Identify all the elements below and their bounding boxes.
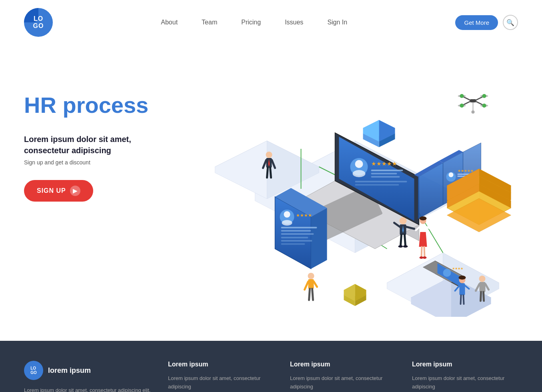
svg-marker-63 — [311, 208, 327, 269]
svg-point-105 — [423, 256, 427, 259]
footer-col-1: Lorem ipsum Lorem ipsum dolor sit amet, … — [168, 361, 274, 392]
nav-signin[interactable]: Sign In — [327, 19, 347, 26]
footer: LOGO lorem ipsum Lorem ipsum dolor sit a… — [0, 341, 542, 392]
footer-col3-text1: Lorem ipsum dolor sit amet, consectetur … — [412, 374, 518, 391]
footer-brand-section: LOGO lorem ipsum Lorem ipsum dolor sit a… — [24, 361, 152, 392]
svg-rect-122 — [480, 282, 486, 292]
nav-issues[interactable]: Issues — [285, 19, 303, 26]
svg-rect-100 — [420, 224, 426, 232]
svg-point-82 — [266, 152, 272, 158]
footer-col3-heading: Lorem ipsum — [412, 361, 518, 368]
svg-point-80 — [443, 269, 451, 277]
svg-text:★★★★★: ★★★★★ — [371, 160, 397, 167]
svg-rect-71 — [281, 237, 308, 238]
svg-point-21 — [353, 170, 366, 177]
svg-point-66 — [282, 220, 292, 226]
navigation: About Team Pricing Issues Sign In — [161, 19, 347, 26]
svg-rect-26 — [355, 181, 407, 182]
svg-line-119 — [461, 295, 461, 304]
svg-point-136 — [460, 94, 464, 98]
svg-rect-116 — [460, 283, 465, 295]
svg-rect-73 — [281, 243, 305, 245]
svg-point-137 — [482, 94, 486, 98]
illustration-area: ★★★★★ ★★★★★ — [192, 61, 518, 317]
logo-text: LOGO — [33, 15, 44, 29]
svg-point-89 — [400, 217, 407, 224]
svg-point-96 — [403, 245, 408, 248]
svg-line-86 — [267, 168, 268, 178]
get-more-button[interactable]: Get More — [455, 15, 498, 30]
footer-brand-description: Lorem ipsum dolor sit amet, consectetur … — [24, 386, 152, 392]
svg-line-87 — [270, 168, 271, 178]
footer-brand-row: LOGO lorem ipsum — [24, 361, 152, 380]
footer-col1-heading: Lorem ipsum — [168, 361, 274, 368]
svg-marker-8 — [215, 141, 267, 199]
hero-description: Sign up and get a discount — [24, 159, 184, 166]
svg-line-102 — [422, 247, 422, 257]
left-content: HR process Lorem ipsum dolor sit amet, c… — [24, 61, 184, 202]
svg-line-111 — [314, 282, 317, 287]
signup-button[interactable]: SIGN UP ▶ — [24, 180, 93, 202]
signup-arrow-icon: ▶ — [70, 186, 80, 196]
hero-title: HR process — [24, 93, 184, 118]
svg-line-94 — [405, 235, 406, 246]
svg-point-34 — [449, 172, 454, 177]
svg-line-112 — [309, 289, 310, 300]
svg-point-121 — [479, 276, 486, 282]
footer-brand-name: lorem ipsum — [48, 366, 91, 375]
svg-rect-68 — [281, 227, 317, 228]
svg-point-108 — [308, 273, 314, 279]
svg-line-93 — [401, 235, 402, 246]
svg-rect-24 — [371, 173, 397, 174]
nav-team[interactable]: Team — [202, 19, 217, 26]
svg-line-103 — [424, 247, 425, 257]
footer-col2-text1: Lorem ipsum dolor sit amet, consectetur … — [290, 374, 396, 391]
svg-point-20 — [355, 160, 363, 168]
search-button[interactable]: 🔍 — [503, 15, 518, 30]
svg-point-95 — [398, 245, 403, 248]
svg-rect-109 — [308, 279, 314, 289]
svg-text:★★★★: ★★★★ — [452, 267, 463, 270]
main-section: HR process Lorem ipsum dolor sit amet, c… — [0, 45, 542, 341]
header-right: Get More 🔍 — [455, 15, 518, 30]
header: LOGO About Team Pricing Issues Sign In G… — [0, 0, 542, 45]
logo[interactable]: LOGO — [24, 8, 53, 37]
svg-point-139 — [482, 104, 486, 108]
footer-col-2: Lorem ipsum Lorem ipsum dolor sit amet, … — [290, 361, 396, 392]
svg-line-107 — [426, 226, 430, 229]
svg-line-125 — [481, 292, 481, 301]
svg-marker-101 — [419, 232, 427, 247]
hero-subtitle: Lorem ipsum dolor sit amet, consectetur … — [24, 134, 184, 156]
svg-rect-69 — [281, 230, 311, 232]
svg-line-126 — [484, 292, 484, 301]
svg-point-115 — [459, 276, 466, 280]
svg-point-65 — [284, 211, 290, 218]
footer-col2-heading: Lorem ipsum — [290, 361, 396, 368]
nav-pricing[interactable]: Pricing — [241, 19, 261, 26]
search-icon: 🔍 — [506, 19, 514, 26]
hr-illustration: ★★★★★ ★★★★★ — [192, 61, 518, 317]
svg-rect-127 — [470, 99, 476, 102]
svg-point-141 — [472, 110, 475, 114]
svg-point-138 — [460, 104, 464, 108]
svg-text:★★★★★: ★★★★★ — [458, 169, 474, 173]
svg-rect-70 — [281, 233, 314, 235]
signup-label: SIGN UP — [37, 187, 66, 194]
svg-line-120 — [464, 295, 464, 304]
footer-logo: LOGO — [24, 361, 43, 380]
svg-line-110 — [305, 282, 308, 290]
svg-rect-27 — [355, 184, 399, 186]
svg-text:★★★★: ★★★★ — [296, 213, 312, 218]
svg-line-113 — [312, 289, 313, 300]
svg-rect-72 — [281, 240, 312, 242]
svg-rect-23 — [371, 170, 403, 171]
footer-col1-text1: Lorem ipsum dolor sit amet, consectetur … — [168, 374, 274, 391]
nav-about[interactable]: About — [161, 19, 178, 26]
footer-col-3: Lorem ipsum Lorem ipsum dolor sit amet, … — [412, 361, 518, 392]
svg-point-99 — [420, 216, 427, 220]
svg-rect-25 — [371, 176, 400, 178]
